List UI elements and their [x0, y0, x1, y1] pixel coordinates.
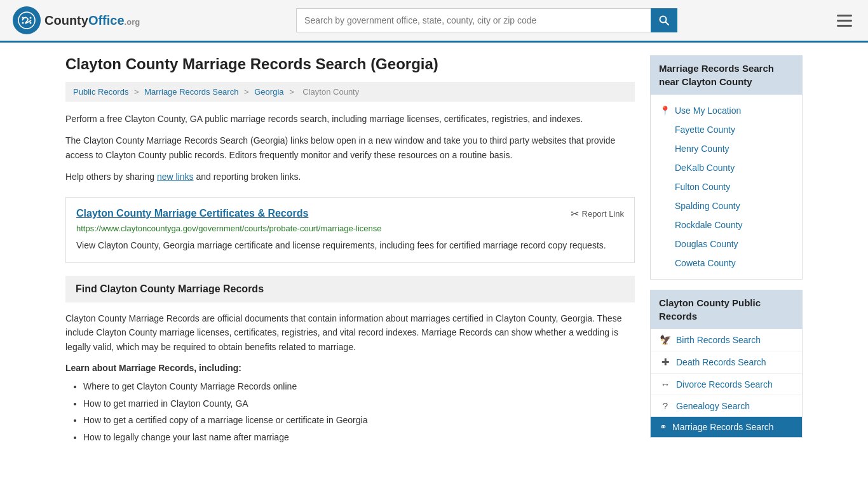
intro-text-1: Perform a free Clayton County, GA public… — [65, 112, 635, 126]
location-icon: 📍 — [660, 105, 670, 116]
breadcrumb-county: Clayton County — [302, 87, 359, 97]
birth-records-link[interactable]: Birth Records Search — [676, 335, 761, 345]
cross-icon: ✚ — [660, 356, 671, 368]
record-url[interactable]: https://www.claytoncountyga.gov/governme… — [76, 224, 624, 233]
douglas-county-link[interactable]: Douglas County — [675, 239, 738, 249]
sidebar-use-location[interactable]: 📍 Use My Location — [651, 101, 802, 120]
svg-point-1 — [22, 17, 24, 19]
main-container: Clayton County Marriage Records Search (… — [53, 43, 815, 459]
logo-icon — [13, 6, 41, 34]
search-input[interactable] — [296, 8, 651, 32]
marriage-records-link[interactable]: Marriage Records Search — [672, 422, 774, 432]
page-title: Clayton County Marriage Records Search (… — [65, 55, 635, 73]
search-area — [296, 8, 677, 32]
breadcrumb-sep: > — [289, 87, 296, 97]
record-description: View Clayton County, Georgia marriage ce… — [76, 238, 624, 252]
search-button[interactable] — [651, 8, 677, 32]
sidebar-item-death-records[interactable]: ✚ Death Records Search — [651, 351, 802, 374]
sidebar-item-fayette[interactable]: Fayette County — [651, 120, 802, 139]
content-area: Clayton County Marriage Records Search (… — [65, 55, 635, 446]
sidebar-public-records-body: 🦅 Birth Records Search ✚ Death Records S… — [650, 329, 803, 438]
report-link[interactable]: ✂ Report Link — [571, 208, 624, 220]
learn-heading: Learn about Marriage Records, including: — [65, 363, 635, 373]
sidebar-item-dekalb[interactable]: DeKalb County — [651, 158, 802, 177]
find-section-heading: Find Clayton County Marriage Records — [76, 283, 625, 295]
use-location-link[interactable]: Use My Location — [675, 105, 741, 116]
list-item: How to get a certified copy of a marriag… — [83, 412, 635, 429]
sidebar-item-spalding[interactable]: Spalding County — [651, 196, 802, 215]
svg-point-0 — [18, 12, 35, 29]
sidebar-item-henry[interactable]: Henry County — [651, 139, 802, 158]
sidebar-public-records-heading: Clayton County Public Records — [650, 290, 803, 329]
svg-line-6 — [666, 22, 669, 25]
breadcrumb-public-records[interactable]: Public Records — [73, 87, 128, 97]
sidebar-item-birth-records[interactable]: 🦅 Birth Records Search — [651, 329, 802, 351]
hamburger-menu-button[interactable] — [834, 11, 855, 30]
menu-line — [837, 25, 852, 27]
death-records-link[interactable]: Death Records Search — [676, 357, 766, 367]
dekalb-county-link[interactable]: DeKalb County — [675, 163, 735, 173]
sidebar-item-divorce-records[interactable]: ↔ Divorce Records Search — [651, 374, 802, 395]
record-title-link[interactable]: Clayton County Marriage Certificates & R… — [76, 208, 308, 219]
new-links-link[interactable]: new links — [157, 172, 194, 182]
find-section-header: Find Clayton County Marriage Records — [65, 276, 635, 302]
fayette-county-link[interactable]: Fayette County — [675, 125, 735, 135]
breadcrumb-sep: > — [134, 87, 141, 97]
genealogy-search-link[interactable]: Genealogy Search — [676, 401, 750, 411]
list-item: How to legally change your last name aft… — [83, 429, 635, 446]
menu-line — [837, 15, 852, 17]
list-item: Where to get Clayton County Marriage Rec… — [83, 378, 635, 395]
svg-point-3 — [22, 22, 24, 24]
sidebar-item-genealogy[interactable]: ? Genealogy Search — [651, 395, 802, 417]
breadcrumb: Public Records > Marriage Records Search… — [65, 82, 635, 102]
sidebar-item-rockdale[interactable]: Rockdale County — [651, 215, 802, 234]
rings-icon: ⚭ — [660, 422, 667, 432]
svg-point-2 — [30, 17, 32, 19]
site-header: CountyOffice.org — [0, 0, 868, 43]
sidebar-item-douglas[interactable]: Douglas County — [651, 234, 802, 254]
sidebar-item-coweta[interactable]: Coweta County — [651, 254, 802, 273]
arrows-icon: ↔ — [660, 379, 671, 390]
coweta-county-link[interactable]: Coweta County — [675, 258, 736, 268]
logo-text: CountyOffice.org — [44, 13, 140, 28]
list-item: How to get married in Clayton County, GA — [83, 395, 635, 412]
fulton-county-link[interactable]: Fulton County — [675, 182, 730, 192]
rockdale-county-link[interactable]: Rockdale County — [675, 220, 743, 230]
sidebar-item-marriage-records-active[interactable]: ⚭ Marriage Records Search — [651, 417, 802, 437]
breadcrumb-marriage-records[interactable]: Marriage Records Search — [144, 87, 238, 97]
sidebar-item-fulton[interactable]: Fulton County — [651, 177, 802, 196]
divorce-records-link[interactable]: Divorce Records Search — [676, 379, 773, 390]
breadcrumb-sep: > — [244, 87, 251, 97]
report-icon: ✂ — [571, 208, 579, 220]
sidebar-nearby-body: 📍 Use My Location Fayette County Henry C… — [650, 95, 803, 280]
find-section-body: Clayton County Marriage Records are offi… — [65, 311, 635, 354]
question-icon: ? — [660, 400, 671, 411]
learn-list: Where to get Clayton County Marriage Rec… — [65, 378, 635, 445]
breadcrumb-georgia[interactable]: Georgia — [254, 87, 283, 97]
bird-icon: 🦅 — [660, 334, 671, 346]
intro-text-2: The Clayton County Marriage Records Sear… — [65, 133, 635, 162]
report-link-label: Report Link — [582, 209, 624, 219]
sidebar-nearby-section: Marriage Records Search near Clayton Cou… — [650, 55, 803, 280]
sidebar-public-records-section: Clayton County Public Records 🦅 Birth Re… — [650, 290, 803, 438]
henry-county-link[interactable]: Henry County — [675, 144, 729, 154]
record-card-header: Clayton County Marriage Certificates & R… — [76, 208, 624, 220]
sharing-text: Help others by sharing new links and rep… — [65, 170, 635, 184]
menu-line — [837, 20, 852, 22]
sidebar-nearby-heading: Marriage Records Search near Clayton Cou… — [650, 55, 803, 95]
record-card: Clayton County Marriage Certificates & R… — [65, 197, 635, 263]
svg-point-4 — [30, 22, 32, 24]
logo-area: CountyOffice.org — [13, 6, 140, 34]
sidebar: Marriage Records Search near Clayton Cou… — [650, 55, 803, 446]
spalding-county-link[interactable]: Spalding County — [675, 201, 740, 211]
